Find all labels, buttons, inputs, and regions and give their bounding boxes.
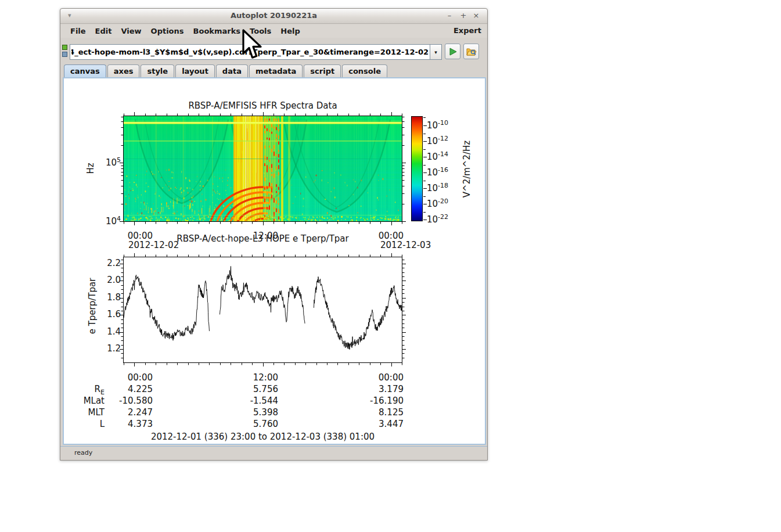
lineplot-ytick-0: 2.2 xyxy=(107,258,121,268)
lineplot-ytick-3: 1.6 xyxy=(107,309,121,319)
colorbar-tick-6: 10-22 xyxy=(427,213,448,225)
statusbar: ready xyxy=(60,446,487,460)
menu-tools[interactable]: Tools xyxy=(245,26,276,37)
ephemeris-value: 8.125 xyxy=(379,407,404,418)
autoplot-window: ▾ Autoplot 20190221a – + × File Edit Vie… xyxy=(60,8,488,461)
ephemeris-value: 3.447 xyxy=(379,419,404,429)
ephemeris-value: 4.225 xyxy=(128,384,153,394)
colorbar-tick-0: 10-10 xyxy=(427,119,448,131)
minimize-button[interactable]: – xyxy=(444,10,455,21)
play-icon xyxy=(448,47,458,56)
plot-indicator-icon[interactable] xyxy=(62,45,67,50)
ephemeris-value: 2.247 xyxy=(128,407,153,418)
colorbar-tick-3: 10-16 xyxy=(427,166,448,178)
address-toolbar: ▾ xyxy=(60,38,487,64)
lineplot-ytick-4: 1.4 xyxy=(107,326,121,337)
spectrogram-title: RBSP-A/EMFISIS HFR Spectra Data xyxy=(124,100,402,111)
lineplot-ytick-1: 2.0 xyxy=(107,275,121,285)
timeaxis-bottom-tick-0: 00:00 xyxy=(83,372,153,383)
ephemeris-value: 5.760 xyxy=(253,419,278,429)
colorbar-axis-label: V^2/m^2/Hz xyxy=(462,141,472,197)
lineplot-plot[interactable] xyxy=(124,257,402,362)
ephemeris-value: 5.398 xyxy=(253,407,278,418)
tab-axes[interactable]: axes xyxy=(107,64,140,77)
ephemeris-row-label-mlat: MLat xyxy=(84,396,105,406)
tab-data[interactable]: data xyxy=(216,64,248,77)
plot-go-button[interactable] xyxy=(445,44,460,59)
tabbar: canvas axes style layout data metadata s… xyxy=(64,64,487,77)
folder-search-icon xyxy=(466,47,477,56)
maximize-button[interactable]: + xyxy=(458,10,469,21)
colorbar-tick-1: 10-12 xyxy=(427,135,448,146)
lineplot-ylabel: e Tperp/Tpar xyxy=(87,278,98,335)
ephemeris-value: -10.580 xyxy=(119,396,153,406)
inspect-uri-button[interactable] xyxy=(463,44,479,59)
ephemeris-row-label-mlt: MLT xyxy=(88,407,105,418)
timeaxis-bottom-tick-1: 12:00 xyxy=(208,372,278,383)
colorbar-tick-5: 10-20 xyxy=(427,197,448,209)
spectrogram-plot[interactable] xyxy=(124,116,402,221)
timeaxis-bottom-tick-2: 00:00 xyxy=(334,372,404,383)
window-title: Autoplot 20190221a xyxy=(60,11,487,20)
titlebar[interactable]: ▾ Autoplot 20190221a – + × xyxy=(60,9,487,24)
colorbar xyxy=(411,116,423,221)
tab-layout[interactable]: layout xyxy=(175,64,215,77)
uri-input[interactable] xyxy=(70,44,430,60)
lineplot-ytick-5: 1.2 xyxy=(107,343,121,354)
menu-edit[interactable]: Edit xyxy=(91,26,117,37)
tab-script[interactable]: script xyxy=(304,64,341,77)
uri-dropdown-button[interactable]: ▾ xyxy=(430,44,442,60)
status-message: ready xyxy=(74,449,92,456)
close-button[interactable]: × xyxy=(471,10,481,21)
tab-style[interactable]: style xyxy=(141,64,174,77)
colorbar-tick-4: 10-18 xyxy=(427,182,448,193)
ephemeris-value: 5.756 xyxy=(253,384,278,394)
timerange-footer: 2012-12-01 (336) 23:00 to 2012-12-03 (33… xyxy=(124,432,402,442)
colorbar-tick-2: 10-14 xyxy=(427,150,448,162)
menu-options[interactable]: Options xyxy=(146,26,189,37)
ephemeris-value: 4.373 xyxy=(128,419,153,429)
spectrogram-ytick-1e4: 104 xyxy=(106,215,121,227)
spectrogram-ylabel: Hz xyxy=(85,163,96,174)
plot-canvas-panel: RBSP-A/EMFISIS HFR Spectra Data Hz 105 1… xyxy=(63,77,486,445)
ephemeris-row-label-re: RE xyxy=(95,384,105,396)
menubar: File Edit View Options Bookmarks Tools H… xyxy=(60,24,487,38)
menu-file[interactable]: File xyxy=(66,26,91,37)
menu-help[interactable]: Help xyxy=(276,26,304,37)
ephemeris-row-label-l: L xyxy=(100,419,105,429)
ephemeris-value: -16.190 xyxy=(370,396,404,406)
ephemeris-value: -1.544 xyxy=(250,396,278,406)
lineplot-title: RBSP-A/ect-hope-L3 HOPE e Tperp/Tpar xyxy=(124,233,402,244)
datasource-indicators xyxy=(62,45,69,59)
ephemeris-value: 3.179 xyxy=(379,384,404,394)
lineplot-ytick-2: 1.8 xyxy=(107,292,121,303)
menu-view[interactable]: View xyxy=(116,26,146,37)
menu-bookmarks[interactable]: Bookmarks xyxy=(189,26,246,37)
tab-metadata[interactable]: metadata xyxy=(249,64,303,77)
expert-mode-label[interactable]: Expert xyxy=(454,26,481,35)
tab-console[interactable]: console xyxy=(342,64,387,77)
layer-indicator-icon[interactable] xyxy=(62,52,67,57)
spectrogram-ytick-1e5: 105 xyxy=(106,156,121,168)
tab-canvas[interactable]: canvas xyxy=(64,64,106,77)
